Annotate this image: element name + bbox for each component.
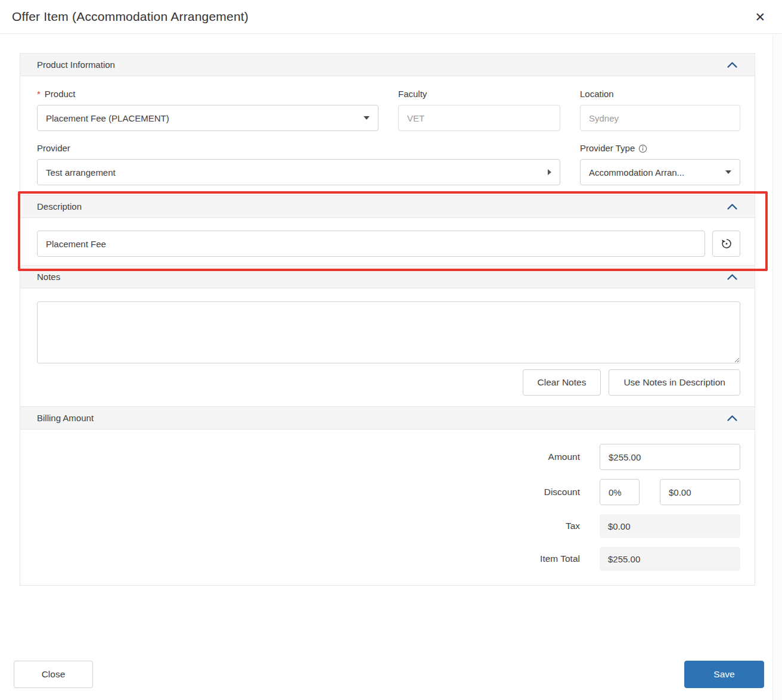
chevron-up-icon <box>727 203 738 210</box>
modal-footer: Close Save <box>0 661 782 688</box>
notes-body: Clear Notes Use Notes in Description <box>20 288 755 406</box>
modal-title: Offer Item (Accommodation Arrangement) <box>12 10 249 24</box>
notes-buttons: Clear Notes Use Notes in Description <box>37 369 740 396</box>
description-title: Description <box>37 201 82 211</box>
billing-collapse-button[interactable] <box>725 413 739 423</box>
close-icon: ✕ <box>755 10 765 24</box>
use-notes-in-description-button[interactable]: Use Notes in Description <box>609 369 740 396</box>
item-total-label: Item Total <box>540 553 580 564</box>
provider-label: Provider <box>37 142 560 154</box>
provider-type-field: Provider Type Accommodation Arran... <box>580 142 740 185</box>
notes-header: Notes <box>20 266 755 288</box>
location-field: Location <box>580 88 740 131</box>
billing-amount-title: Billing Amount <box>37 413 94 423</box>
caret-down-icon <box>725 170 731 174</box>
product-label: *Product <box>37 88 378 100</box>
offer-item-modal: Offer Item (Accommodation Arrangement) ✕… <box>0 0 782 688</box>
amount-row: Amount <box>37 444 740 470</box>
modal-content: Product Information *Product Placement F… <box>0 34 782 586</box>
restore-description-button[interactable] <box>712 231 740 257</box>
save-button[interactable]: Save <box>684 661 764 688</box>
discount-amount-input[interactable] <box>660 479 740 505</box>
provider-lookup[interactable]: Test arrangement <box>37 159 560 185</box>
description-highlight-wrapper: Description <box>20 195 755 266</box>
caret-down-icon <box>364 116 370 120</box>
arrow-right-icon <box>548 169 551 175</box>
notes-title: Notes <box>37 272 60 282</box>
chevron-up-icon <box>727 415 738 422</box>
tax-value: $0.00 <box>600 514 740 538</box>
item-total-value: $255.00 <box>600 547 740 571</box>
section-product-information: Product Information *Product Placement F… <box>20 53 755 195</box>
section-description: Description <box>20 195 755 266</box>
description-header: Description <box>20 195 755 218</box>
description-collapse-button[interactable] <box>725 202 739 211</box>
product-field: *Product Placement Fee (PLACEMENT) <box>37 88 378 131</box>
billing-body: Amount Discount Tax $0.00 <box>20 430 755 585</box>
discount-label: Discount <box>544 487 580 497</box>
provider-value: Test arrangement <box>46 167 116 178</box>
required-asterisk: * <box>37 88 41 100</box>
provider-type-label: Provider Type <box>580 142 740 154</box>
description-input[interactable] <box>37 231 705 257</box>
product-information-collapse-button[interactable] <box>725 60 739 70</box>
chevron-up-icon <box>727 273 738 281</box>
product-information-body: *Product Placement Fee (PLACEMENT) Facul… <box>20 76 755 195</box>
product-select-value: Placement Fee (PLACEMENT) <box>46 113 169 123</box>
discount-percent-input[interactable] <box>600 479 640 505</box>
discount-row: Discount <box>37 479 740 505</box>
amount-input[interactable] <box>600 444 740 470</box>
item-total-row: Item Total $255.00 <box>37 547 740 571</box>
section-billing-amount: Billing Amount Amount Discount <box>20 406 755 586</box>
chevron-up-icon <box>727 61 738 69</box>
info-icon <box>638 144 647 153</box>
tax-row: Tax $0.00 <box>37 514 740 538</box>
faculty-field: Faculty <box>398 88 560 131</box>
product-information-header: Product Information <box>20 54 755 76</box>
faculty-label: Faculty <box>398 88 560 100</box>
product-information-title: Product Information <box>37 60 115 70</box>
product-select[interactable]: Placement Fee (PLACEMENT) <box>37 105 378 131</box>
billing-amount-header: Billing Amount <box>20 407 755 430</box>
provider-type-value: Accommodation Arran... <box>589 167 684 178</box>
notes-collapse-button[interactable] <box>725 272 739 282</box>
description-body <box>20 218 755 265</box>
scrollbar-track[interactable] <box>772 35 782 700</box>
modal-close-button[interactable]: ✕ <box>752 8 768 26</box>
modal-header: Offer Item (Accommodation Arrangement) ✕ <box>0 0 782 34</box>
notes-textarea[interactable] <box>37 301 740 363</box>
section-notes: Notes Clear Notes Use Notes in Descripti… <box>20 265 755 407</box>
amount-label: Amount <box>548 452 580 462</box>
clear-notes-button[interactable]: Clear Notes <box>523 369 601 396</box>
tax-label: Tax <box>566 521 580 531</box>
location-label: Location <box>580 88 740 100</box>
provider-type-select[interactable]: Accommodation Arran... <box>580 159 740 185</box>
location-input <box>580 105 740 131</box>
restore-icon <box>721 238 733 250</box>
faculty-input <box>398 105 560 131</box>
provider-field: Provider Test arrangement <box>37 142 560 185</box>
footer-close-button[interactable]: Close <box>14 661 93 688</box>
